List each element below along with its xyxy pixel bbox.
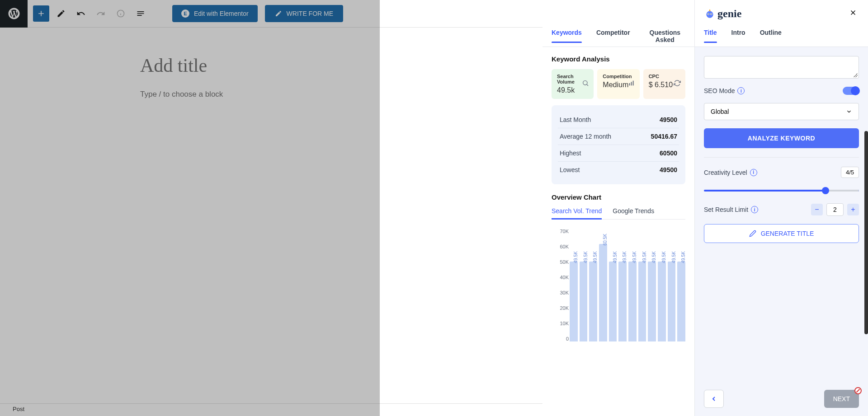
refresh-icon [674,79,681,89]
seo-mode-toggle[interactable] [843,87,859,95]
creativity-value: 4/5 [841,167,859,178]
tab-keywords[interactable]: Keywords [552,29,582,42]
keyword-analysis-heading: Keyword Analysis [552,55,685,63]
analyze-keyword-button[interactable]: ANALYZE KEYWORD [704,128,859,148]
generate-title-button[interactable]: GENERATE TITLE [704,224,859,243]
forbidden-icon [854,387,862,394]
tab-competitor[interactable]: Competitor [596,29,630,42]
chevron-down-icon [846,108,852,115]
info-icon[interactable]: i [750,169,757,176]
tab-intro[interactable]: Intro [731,29,745,42]
svg-rect-7 [632,81,633,86]
competition-label: Competition [603,74,634,79]
next-label: NEXT [833,395,850,402]
tab-title[interactable]: Title [704,29,717,42]
info-icon[interactable]: i [751,206,758,213]
result-limit-label: Set Result Limit i [704,206,758,213]
info-icon[interactable]: i [737,87,745,94]
stat-highest-value: 60500 [660,150,677,157]
increase-limit-button[interactable]: + [847,204,859,215]
seo-mode-label: SEO Mode i [704,87,745,94]
limit-input[interactable] [826,203,844,216]
svg-point-8 [706,11,713,18]
modal-overlay[interactable] [0,0,380,403]
stat-avg-value: 50416.67 [651,133,677,140]
svg-rect-5 [629,83,630,85]
stat-lowest-value: 49500 [660,166,677,173]
chevron-left-icon [710,395,717,402]
tab-google-trends[interactable]: Google Trends [613,207,654,219]
genie-logo: genie [704,8,741,20]
creativity-label: Creativity Level i [704,169,757,176]
next-button: NEXT [824,390,859,403]
tab-search-trend[interactable]: Search Vol. Trend [552,207,602,219]
close-button[interactable] [847,6,859,21]
generate-title-label: GENERATE TITLE [761,230,814,237]
competition-card: Competition Medium [597,69,639,99]
close-icon [849,9,857,17]
decrease-limit-button[interactable]: − [811,204,823,215]
scrollbar[interactable] [864,131,868,334]
country-select[interactable]: Global [704,103,859,120]
keyword-textarea[interactable] [704,56,859,79]
stat-last-month-value: 49500 [660,116,677,123]
creativity-slider[interactable] [704,186,859,195]
stats-box: Last Month 49500 Average 12 month 50416.… [552,105,685,184]
search-icon [582,79,589,89]
cpc-label: CPC [649,74,680,79]
svg-rect-6 [631,82,632,85]
brand-name: genie [717,8,741,20]
svg-point-11 [708,14,709,14]
back-button[interactable] [704,390,724,403]
stat-highest-label: Highest [560,150,581,157]
stat-lowest-label: Lowest [560,166,580,173]
svg-point-12 [711,14,712,14]
overview-heading: Overview Chart [552,193,685,201]
pencil-icon [749,230,756,237]
stat-last-month-label: Last Month [560,116,591,123]
svg-point-3 [583,81,587,85]
overview-chart: 70K60K50K40K30K20K10K0 49.5K49.5K49.5K60… [552,229,685,351]
cpc-card: CPC $ 6.510 [643,69,685,99]
tab-outline[interactable]: Outline [760,29,782,42]
tab-questions[interactable]: Questions Asked [645,29,685,50]
country-value: Global [711,108,729,115]
search-volume-card: Search Volume 49.5k [552,69,594,99]
bar-chart-icon [628,79,635,89]
stat-avg-label: Average 12 month [560,133,611,140]
svg-line-4 [587,84,588,86]
